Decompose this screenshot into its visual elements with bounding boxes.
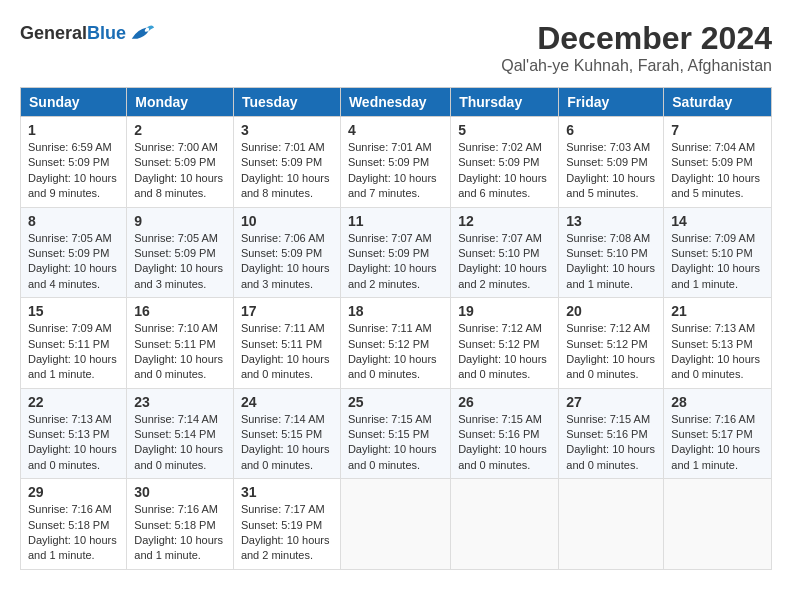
day-info: Sunrise: 7:09 AM Sunset: 5:11 PM Dayligh… [28, 321, 119, 383]
day-info: Sunrise: 7:05 AM Sunset: 5:09 PM Dayligh… [28, 231, 119, 293]
day-number: 19 [458, 303, 551, 319]
day-number: 26 [458, 394, 551, 410]
calendar-cell: 1Sunrise: 6:59 AM Sunset: 5:09 PM Daylig… [21, 117, 127, 208]
day-number: 14 [671, 213, 764, 229]
calendar-cell: 14Sunrise: 7:09 AM Sunset: 5:10 PM Dayli… [664, 207, 772, 298]
day-number: 6 [566, 122, 656, 138]
day-info: Sunrise: 7:11 AM Sunset: 5:11 PM Dayligh… [241, 321, 333, 383]
calendar-header-tuesday: Tuesday [233, 88, 340, 117]
day-info: Sunrise: 7:08 AM Sunset: 5:10 PM Dayligh… [566, 231, 656, 293]
calendar-header-wednesday: Wednesday [340, 88, 450, 117]
day-number: 30 [134, 484, 226, 500]
calendar-cell: 4Sunrise: 7:01 AM Sunset: 5:09 PM Daylig… [340, 117, 450, 208]
calendar-cell [664, 479, 772, 570]
calendar-cell: 9Sunrise: 7:05 AM Sunset: 5:09 PM Daylig… [127, 207, 234, 298]
day-number: 28 [671, 394, 764, 410]
calendar-cell: 10Sunrise: 7:06 AM Sunset: 5:09 PM Dayli… [233, 207, 340, 298]
calendar-cell: 21Sunrise: 7:13 AM Sunset: 5:13 PM Dayli… [664, 298, 772, 389]
day-info: Sunrise: 7:03 AM Sunset: 5:09 PM Dayligh… [566, 140, 656, 202]
calendar-cell: 12Sunrise: 7:07 AM Sunset: 5:10 PM Dayli… [451, 207, 559, 298]
day-info: Sunrise: 7:09 AM Sunset: 5:10 PM Dayligh… [671, 231, 764, 293]
day-info: Sunrise: 7:12 AM Sunset: 5:12 PM Dayligh… [458, 321, 551, 383]
sub-title: Qal'ah-ye Kuhnah, Farah, Afghanistan [501, 57, 772, 75]
day-info: Sunrise: 7:15 AM Sunset: 5:16 PM Dayligh… [458, 412, 551, 474]
calendar-cell: 24Sunrise: 7:14 AM Sunset: 5:15 PM Dayli… [233, 388, 340, 479]
day-info: Sunrise: 7:06 AM Sunset: 5:09 PM Dayligh… [241, 231, 333, 293]
day-number: 5 [458, 122, 551, 138]
calendar-cell: 11Sunrise: 7:07 AM Sunset: 5:09 PM Dayli… [340, 207, 450, 298]
calendar-cell: 31Sunrise: 7:17 AM Sunset: 5:19 PM Dayli… [233, 479, 340, 570]
calendar-cell: 26Sunrise: 7:15 AM Sunset: 5:16 PM Dayli… [451, 388, 559, 479]
day-number: 27 [566, 394, 656, 410]
calendar-cell: 18Sunrise: 7:11 AM Sunset: 5:12 PM Dayli… [340, 298, 450, 389]
day-number: 13 [566, 213, 656, 229]
day-info: Sunrise: 7:17 AM Sunset: 5:19 PM Dayligh… [241, 502, 333, 564]
calendar-cell: 20Sunrise: 7:12 AM Sunset: 5:12 PM Dayli… [559, 298, 664, 389]
day-number: 7 [671, 122, 764, 138]
calendar-cell: 5Sunrise: 7:02 AM Sunset: 5:09 PM Daylig… [451, 117, 559, 208]
calendar-cell: 15Sunrise: 7:09 AM Sunset: 5:11 PM Dayli… [21, 298, 127, 389]
day-info: Sunrise: 7:07 AM Sunset: 5:09 PM Dayligh… [348, 231, 443, 293]
day-number: 15 [28, 303, 119, 319]
calendar-header-friday: Friday [559, 88, 664, 117]
day-info: Sunrise: 7:13 AM Sunset: 5:13 PM Dayligh… [671, 321, 764, 383]
day-info: Sunrise: 7:15 AM Sunset: 5:15 PM Dayligh… [348, 412, 443, 474]
calendar-body: 1Sunrise: 6:59 AM Sunset: 5:09 PM Daylig… [21, 117, 772, 570]
calendar-header-sunday: Sunday [21, 88, 127, 117]
day-number: 2 [134, 122, 226, 138]
day-info: Sunrise: 7:12 AM Sunset: 5:12 PM Dayligh… [566, 321, 656, 383]
calendar-cell [451, 479, 559, 570]
day-number: 4 [348, 122, 443, 138]
calendar-cell: 7Sunrise: 7:04 AM Sunset: 5:09 PM Daylig… [664, 117, 772, 208]
calendar-table: SundayMondayTuesdayWednesdayThursdayFrid… [20, 87, 772, 570]
day-info: Sunrise: 7:04 AM Sunset: 5:09 PM Dayligh… [671, 140, 764, 202]
top-bar: GeneralBlue December 2024 Qal'ah-ye Kuhn… [20, 20, 772, 79]
calendar-cell: 2Sunrise: 7:00 AM Sunset: 5:09 PM Daylig… [127, 117, 234, 208]
calendar-cell: 28Sunrise: 7:16 AM Sunset: 5:17 PM Dayli… [664, 388, 772, 479]
day-info: Sunrise: 7:14 AM Sunset: 5:14 PM Dayligh… [134, 412, 226, 474]
calendar-cell: 6Sunrise: 7:03 AM Sunset: 5:09 PM Daylig… [559, 117, 664, 208]
calendar-week-1: 1Sunrise: 6:59 AM Sunset: 5:09 PM Daylig… [21, 117, 772, 208]
day-info: Sunrise: 7:16 AM Sunset: 5:18 PM Dayligh… [134, 502, 226, 564]
calendar-cell [340, 479, 450, 570]
day-info: Sunrise: 7:05 AM Sunset: 5:09 PM Dayligh… [134, 231, 226, 293]
calendar-cell: 8Sunrise: 7:05 AM Sunset: 5:09 PM Daylig… [21, 207, 127, 298]
day-info: Sunrise: 7:14 AM Sunset: 5:15 PM Dayligh… [241, 412, 333, 474]
day-info: Sunrise: 7:01 AM Sunset: 5:09 PM Dayligh… [348, 140, 443, 202]
calendar-cell: 13Sunrise: 7:08 AM Sunset: 5:10 PM Dayli… [559, 207, 664, 298]
main-title: December 2024 [501, 20, 772, 57]
logo: GeneralBlue [20, 20, 156, 48]
day-number: 25 [348, 394, 443, 410]
day-info: Sunrise: 7:15 AM Sunset: 5:16 PM Dayligh… [566, 412, 656, 474]
day-info: Sunrise: 7:01 AM Sunset: 5:09 PM Dayligh… [241, 140, 333, 202]
day-info: Sunrise: 7:13 AM Sunset: 5:13 PM Dayligh… [28, 412, 119, 474]
day-number: 21 [671, 303, 764, 319]
calendar-cell: 22Sunrise: 7:13 AM Sunset: 5:13 PM Dayli… [21, 388, 127, 479]
calendar-cell [559, 479, 664, 570]
day-number: 23 [134, 394, 226, 410]
calendar-week-4: 22Sunrise: 7:13 AM Sunset: 5:13 PM Dayli… [21, 388, 772, 479]
calendar-week-2: 8Sunrise: 7:05 AM Sunset: 5:09 PM Daylig… [21, 207, 772, 298]
calendar-week-3: 15Sunrise: 7:09 AM Sunset: 5:11 PM Dayli… [21, 298, 772, 389]
day-number: 29 [28, 484, 119, 500]
day-info: Sunrise: 7:16 AM Sunset: 5:18 PM Dayligh… [28, 502, 119, 564]
day-number: 17 [241, 303, 333, 319]
day-info: Sunrise: 7:07 AM Sunset: 5:10 PM Dayligh… [458, 231, 551, 293]
calendar-header-saturday: Saturday [664, 88, 772, 117]
day-number: 10 [241, 213, 333, 229]
day-number: 11 [348, 213, 443, 229]
logo-text: GeneralBlue [20, 23, 126, 43]
calendar-header-row: SundayMondayTuesdayWednesdayThursdayFrid… [21, 88, 772, 117]
calendar-cell: 25Sunrise: 7:15 AM Sunset: 5:15 PM Dayli… [340, 388, 450, 479]
calendar-cell: 19Sunrise: 7:12 AM Sunset: 5:12 PM Dayli… [451, 298, 559, 389]
calendar-header-thursday: Thursday [451, 88, 559, 117]
logo-bird-icon [128, 20, 156, 48]
day-number: 22 [28, 394, 119, 410]
day-number: 20 [566, 303, 656, 319]
calendar-cell: 3Sunrise: 7:01 AM Sunset: 5:09 PM Daylig… [233, 117, 340, 208]
day-number: 24 [241, 394, 333, 410]
day-number: 3 [241, 122, 333, 138]
day-info: Sunrise: 7:11 AM Sunset: 5:12 PM Dayligh… [348, 321, 443, 383]
day-info: Sunrise: 6:59 AM Sunset: 5:09 PM Dayligh… [28, 140, 119, 202]
calendar-cell: 29Sunrise: 7:16 AM Sunset: 5:18 PM Dayli… [21, 479, 127, 570]
